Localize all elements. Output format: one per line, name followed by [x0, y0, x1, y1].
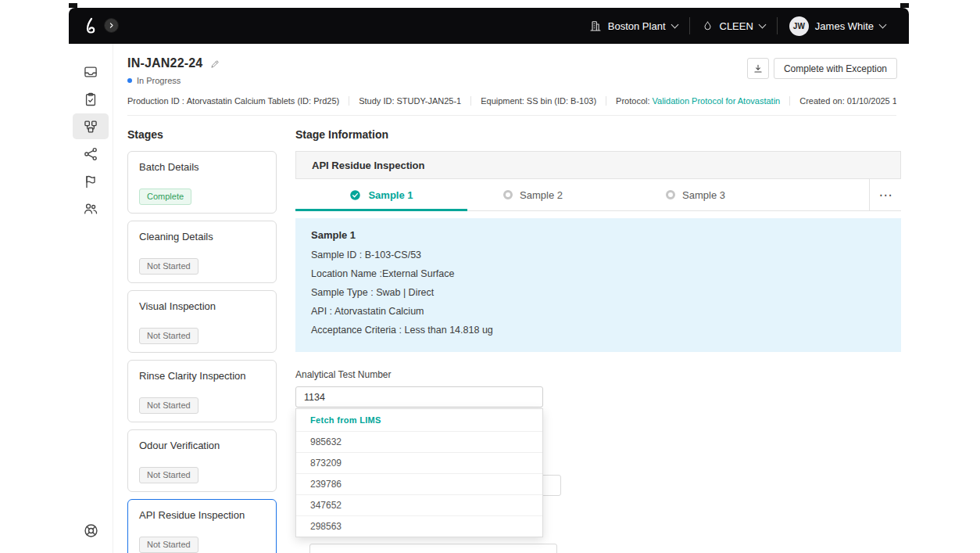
- chevron-down-icon: [879, 20, 887, 28]
- fetch-from-lims-action[interactable]: Fetch from LIMS: [296, 409, 542, 431]
- leucine-logo-icon: [81, 16, 100, 35]
- dropdown-option[interactable]: 347652: [296, 494, 542, 515]
- sample-tabs: Sample 1 Sample 2 Sample 3 ⋯: [295, 179, 901, 211]
- stage-information-column: Stage Information API Residue Inspection…: [295, 116, 909, 550]
- sidebar-item-workflow[interactable]: [73, 141, 109, 167]
- meta-item-equipment: Equipment:SS bin (ID: B-103): [470, 96, 606, 106]
- location-name-line: Location Name :External Surface: [311, 264, 885, 283]
- stage-status-badge: Not Started: [139, 258, 199, 275]
- dropdown-option[interactable]: 873209: [296, 452, 542, 473]
- sample-title: Sample 1: [311, 229, 885, 241]
- status-text: In Progress: [137, 76, 181, 85]
- sidebar: [69, 44, 113, 553]
- tab-sample-2[interactable]: Sample 2: [467, 179, 599, 210]
- stage-panel-header: API Residue Inspection: [295, 151, 901, 179]
- sample-type-line: Sample Type : Swab | Direct: [311, 283, 885, 302]
- api-line: API : Atorvastatin Calcium: [311, 302, 885, 321]
- stage-card-rinse-clarity-inspection[interactable]: Rinse Clarity Inspection Not Started: [127, 360, 277, 422]
- more-tabs-button[interactable]: ⋯: [869, 179, 901, 210]
- chevron-down-icon: [758, 20, 766, 28]
- user-name: James White: [815, 20, 874, 32]
- edit-icon[interactable]: [210, 59, 220, 69]
- partially-visible-input-field[interactable]: [309, 544, 557, 553]
- sidebar-item-stages[interactable]: [73, 113, 109, 139]
- pending-circle-icon: [666, 190, 675, 199]
- dropdown-option[interactable]: 298563: [296, 515, 542, 537]
- meta-item-study-id: Study ID:STUDY-JAN25-1: [349, 96, 470, 106]
- sidebar-item-inbox[interactable]: [73, 59, 109, 84]
- stage-card-cleaning-details[interactable]: Cleaning Details Not Started: [127, 221, 277, 283]
- page-title: IN-JAN22-24: [127, 56, 202, 70]
- acceptance-criteria-line: Acceptance Criteria : Less than 14.818 u…: [311, 321, 885, 339]
- sidebar-item-flags[interactable]: [73, 168, 109, 194]
- app-name: CLEEN: [720, 20, 753, 32]
- sidebar-item-support[interactable]: [73, 518, 109, 544]
- inbox-icon: [83, 64, 98, 80]
- plant-selector[interactable]: Boston Plant: [578, 20, 689, 32]
- sidebar-item-tasks[interactable]: [73, 86, 109, 112]
- clipboard-check-icon: [83, 92, 98, 107]
- users-icon: [83, 201, 98, 217]
- stage-status-badge: Not Started: [139, 328, 199, 344]
- main-content: IN-JAN22-24 In Progress: [113, 44, 909, 553]
- stage-card-api-residue-inspection[interactable]: API Residue Inspection Not Started: [127, 499, 277, 553]
- status-dot-icon: [127, 78, 132, 83]
- meta-item-production-id: Production ID :Atorvastatin Calcium Tabl…: [127, 96, 349, 106]
- stage-status-badge: Not Started: [139, 467, 199, 483]
- plant-name: Boston Plant: [608, 20, 666, 32]
- sidebar-item-users[interactable]: [73, 196, 109, 221]
- meta-item-created-on: Created on:01/10/2025 11:41:39: [789, 96, 896, 106]
- dropdown-option[interactable]: 985632: [296, 431, 542, 452]
- stage-status-badge: Not Started: [139, 537, 199, 553]
- analytical-test-number-input[interactable]: [295, 386, 543, 408]
- sidebar-collapse-button[interactable]: [104, 18, 119, 33]
- stage-status-badge: Not Started: [139, 397, 199, 414]
- protocol-link[interactable]: Validation Protocol for Atovastatin: [653, 96, 781, 106]
- topbar-right: Boston Plant CLEEN JW James White: [578, 16, 897, 36]
- flag-icon: [83, 174, 98, 189]
- stage-card-visual-inspection[interactable]: Visual Inspection Not Started: [127, 290, 277, 353]
- page-head: IN-JAN22-24 In Progress: [113, 44, 909, 116]
- body: IN-JAN22-24 In Progress: [69, 44, 909, 553]
- app-selector[interactable]: CLEEN: [690, 20, 777, 32]
- building-icon: [589, 20, 602, 32]
- stage-card-odour-verification[interactable]: Odour Verification Not Started: [127, 429, 277, 492]
- stages-column: Stages Batch Details Complete Cleaning D…: [113, 116, 295, 550]
- sample-info-box: Sample 1 Sample ID : B-103-CS/53 Locatio…: [295, 218, 901, 352]
- download-button[interactable]: [747, 58, 769, 79]
- user-menu[interactable]: JW James White: [778, 16, 897, 36]
- complete-with-exception-button[interactable]: Complete with Exception: [774, 58, 897, 79]
- dropdown-option[interactable]: 239786: [296, 473, 542, 494]
- stages-heading: Stages: [127, 128, 295, 141]
- support-icon: [83, 522, 99, 539]
- tab-sample-1[interactable]: Sample 1: [295, 179, 467, 210]
- app-window: Boston Plant CLEEN JW James White: [69, 8, 909, 553]
- pending-circle-icon: [503, 190, 513, 199]
- check-circle-icon: [349, 189, 361, 201]
- tab-sample-3[interactable]: Sample 3: [599, 179, 792, 210]
- analytical-test-number-label: Analytical Test Number: [295, 369, 561, 380]
- stage-status-badge: Complete: [139, 189, 191, 205]
- stages-icon: [83, 119, 98, 135]
- stage-information-heading: Stage Information: [295, 128, 901, 141]
- workflow-share-icon: [83, 146, 98, 162]
- sample-id-line: Sample ID : B-103-CS/53: [311, 246, 885, 264]
- topbar: Boston Plant CLEEN JW James White: [69, 8, 909, 44]
- head-actions: Complete with Exception: [747, 58, 897, 79]
- cleen-app-icon: [702, 20, 714, 32]
- analytical-test-form: Analytical Test Number Fetch from LIMS 9…: [295, 369, 561, 408]
- lims-dropdown: Fetch from LIMS 985632 873209 239786 347…: [295, 408, 543, 537]
- batch-meta-row: Production ID :Atorvastatin Calcium Tabl…: [127, 96, 896, 106]
- stage-card-batch-details[interactable]: Batch Details Complete: [127, 151, 277, 214]
- meta-item-protocol: Protocol:Validation Protocol for Atovast…: [606, 96, 789, 106]
- avatar: JW: [789, 16, 809, 36]
- chevron-down-icon: [671, 20, 678, 28]
